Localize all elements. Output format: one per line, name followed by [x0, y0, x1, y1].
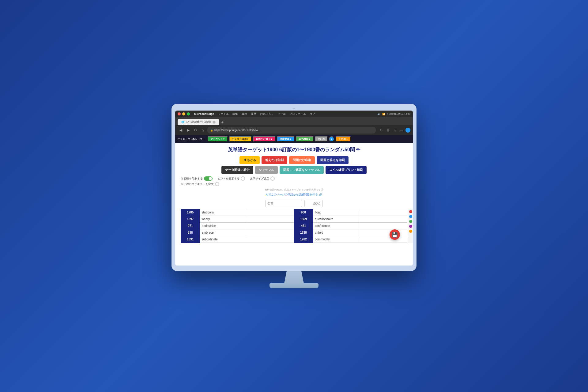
- page-title: 英単語ターゲット1900 6訂版の1〜1900番のランダム50問 ✏: [181, 147, 407, 153]
- new-tab-button[interactable]: +: [219, 120, 225, 125]
- word-text: pedestrian: [200, 223, 247, 229]
- sidebar-icon-purple[interactable]: [409, 225, 412, 228]
- star-icon[interactable]: ☆: [392, 127, 398, 133]
- save-button[interactable]: 💾: [390, 229, 400, 240]
- ssl-lock-icon: 🔒: [210, 129, 213, 132]
- range-button[interactable]: 範囲から選ぶ▼: [253, 136, 276, 142]
- refresh-button[interactable]: ↻: [192, 127, 198, 133]
- forward-button[interactable]: ▶: [185, 127, 191, 133]
- word-num: 838: [181, 229, 200, 236]
- monitor-screen: Microsoft Edge ファイル 編集 表示 履歴 お気に入り ツール プ…: [175, 111, 413, 266]
- logo-toggle-label[interactable]: 左上のロゴテキストを変更: [181, 182, 219, 186]
- site-navbar: 小テストジェネレーター アカウント▼ 小テスト自作▼ 範囲から選ぶ▼ 成績管理▼…: [175, 135, 413, 143]
- logo-toggle[interactable]: [215, 182, 219, 186]
- account-button[interactable]: アカウント▼: [208, 136, 228, 142]
- answer-field[interactable]: [360, 216, 407, 223]
- menu-item[interactable]: 履歴: [251, 112, 256, 116]
- usage-button[interactable]: 使い方: [315, 136, 328, 142]
- other-button[interactable]: その他→: [336, 136, 351, 142]
- monitor-frame: ● Microsoft Edge ファイル 編集 表示 履歴 お気に入り ツール: [172, 104, 417, 271]
- quiz-table: 1785 stubborn 908 float 1897 weary: [181, 209, 407, 243]
- quiz-area: 1785 stubborn 908 float 1897 weary: [181, 209, 407, 243]
- menu-item[interactable]: 編集: [232, 112, 238, 116]
- hint-toggle[interactable]: [241, 176, 245, 181]
- data-report-btn[interactable]: データ間違い報告: [221, 166, 253, 174]
- home-button[interactable]: ⌂: [200, 127, 206, 133]
- answer-field[interactable]: [247, 216, 294, 223]
- table-row: 1897 weary 1569 questionnaire: [181, 216, 407, 223]
- word-num: 1569: [294, 216, 313, 223]
- tab-close-button[interactable]: ✕: [213, 121, 216, 124]
- answer-field[interactable]: [360, 229, 407, 236]
- shuffle-btn[interactable]: シャッフル: [255, 166, 278, 174]
- action-buttons-row1: ◀ もどる 答えだけ印刷 問題だけ印刷 問題と答えを印刷: [181, 156, 407, 164]
- table-row: 838 embrace 1538 unfold: [181, 229, 407, 236]
- font-toggle-label[interactable]: 文字サイズ設定: [250, 176, 275, 181]
- sidebar-icon-orange[interactable]: [409, 230, 412, 233]
- profile-icon[interactable]: [405, 128, 410, 133]
- answer-field[interactable]: [247, 229, 294, 236]
- word-num: 971: [181, 223, 200, 229]
- toolbar-actions: ↻ ⊞ ☆ ⋯: [379, 127, 410, 133]
- name-input[interactable]: [265, 200, 302, 207]
- menu-item[interactable]: タブ: [310, 112, 315, 116]
- monitor-container: ● Microsoft Edge ファイル 編集 表示 履歴 お気に入り ツール: [172, 104, 417, 288]
- answer-print-btn[interactable]: 答えだけ印刷: [262, 156, 287, 164]
- url-bar[interactable]: 🔒 https://www.printgenerator.net/show...: [207, 127, 376, 134]
- ai-button[interactable]: AIの機能▼: [296, 136, 314, 142]
- qa-print-btn[interactable]: 問題と答えを印刷: [317, 156, 349, 164]
- shuffle-print-btn[interactable]: 問題←→解答をシャッフル: [280, 166, 324, 174]
- word-num: 1262: [294, 236, 313, 243]
- hint-toggle-label[interactable]: ヒントを表示する: [217, 176, 245, 181]
- word-text: float: [313, 209, 360, 216]
- back-button[interactable]: ◀: [178, 127, 184, 133]
- minimize-button[interactable]: [182, 112, 185, 115]
- info-button[interactable]: i: [329, 136, 334, 142]
- test-button[interactable]: 小テスト自作▼: [229, 136, 252, 142]
- table-row: 1785 stubborn 908 float: [181, 209, 407, 216]
- menu-item[interactable]: プロファイル: [289, 112, 306, 116]
- name-toggle[interactable]: [204, 176, 213, 181]
- refresh-icon[interactable]: ↻: [379, 127, 384, 133]
- answer-field[interactable]: [360, 236, 407, 243]
- word-num: 1691: [181, 236, 200, 243]
- answer-field[interactable]: [360, 223, 407, 229]
- name-toggle-label[interactable]: 名前欄を印刷する: [181, 176, 213, 181]
- word-text: conference: [313, 223, 360, 229]
- menu-item[interactable]: ツール: [277, 112, 286, 116]
- sidebar-icon-green[interactable]: [409, 220, 412, 223]
- word-text: commodity: [313, 236, 360, 243]
- maximize-button[interactable]: [187, 112, 190, 115]
- word-num: 1785: [181, 209, 200, 216]
- answer-field[interactable]: [360, 209, 407, 216]
- tab-title: 1〜1900番から50問: [186, 120, 211, 124]
- options-row1: 名前欄を印刷する ヒントを表示する 文字サイズ設定: [181, 176, 407, 181]
- menu-item[interactable]: 表示: [242, 112, 247, 116]
- traffic-lights: [178, 112, 190, 115]
- more-icon[interactable]: ⋯: [399, 127, 404, 133]
- sidebar-icon-blue[interactable]: [409, 215, 412, 218]
- sidebar-icon-red[interactable]: [409, 210, 412, 213]
- word-text: weary: [200, 216, 247, 223]
- answer-field[interactable]: [247, 223, 294, 229]
- close-button[interactable]: [178, 112, 181, 115]
- menu-item[interactable]: お気に入り: [260, 112, 274, 116]
- score-input[interactable]: [304, 200, 323, 207]
- spell-print-btn[interactable]: スペル練習プリント印刷: [326, 166, 367, 174]
- menu-item[interactable]: Microsoft Edge: [194, 112, 214, 115]
- results-button[interactable]: 成績管理▼: [277, 136, 295, 142]
- main-content: 英単語ターゲット1900 6訂版の1〜1900番のランダム50問 ✏ ◀ もどる…: [175, 143, 413, 266]
- tab-icon[interactable]: ⊞: [385, 127, 391, 133]
- font-toggle[interactable]: [270, 176, 275, 181]
- table-row: 1691 subordinate 1262 commodity: [181, 236, 407, 243]
- word-num: 1897: [181, 216, 200, 223]
- answer-field[interactable]: [247, 236, 294, 243]
- wrong-print-btn[interactable]: 問題だけ印刷: [289, 156, 315, 164]
- macos-titlebar: Microsoft Edge ファイル 編集 表示 履歴 お気に入り ツール プ…: [175, 111, 413, 117]
- back-btn[interactable]: ◀ もどる: [239, 156, 260, 164]
- answer-field[interactable]: [247, 209, 294, 216]
- browser-tab-active[interactable]: 🌐 1〜1900番から50問 ✕: [178, 119, 219, 125]
- ai-link[interactable]: AIでこのページの単語から読解問題を作る 🔗: [181, 193, 407, 197]
- menu-item[interactable]: ファイル: [218, 112, 229, 116]
- camera-dot: ●: [175, 107, 413, 109]
